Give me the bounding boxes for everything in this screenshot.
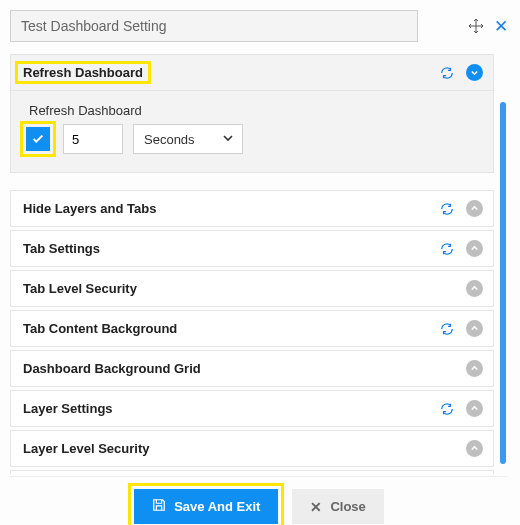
panel-hide-preview: Hide Preview Options [10, 470, 494, 474]
chevron-down-icon [222, 132, 234, 147]
panel-body-refresh: Refresh Dashboard Seconds [10, 91, 494, 173]
panel-label: Tab Level Security [17, 279, 143, 298]
footer: Save And Exit ✕ Close [10, 476, 508, 524]
refresh-icon[interactable] [440, 402, 454, 416]
panel-header[interactable]: Dashboard Background Grid [10, 350, 494, 387]
panel-header[interactable]: Hide Layers and Tabs [10, 190, 494, 227]
panel-tab-settings: Tab Settings [10, 230, 494, 267]
panel-label: Refresh Dashboard [17, 63, 149, 82]
refresh-checkbox-highlight [23, 124, 53, 154]
panel-label: Layer Settings [17, 399, 119, 418]
panel-layer-security: Layer Level Security [10, 430, 494, 467]
refresh-icon[interactable] [440, 202, 454, 216]
scrollbar[interactable] [500, 102, 506, 464]
title-input[interactable] [10, 10, 418, 42]
close-icon[interactable]: ✕ [494, 16, 508, 37]
close-button[interactable]: ✕ Close [292, 489, 383, 524]
title-bar: ✕ [10, 10, 508, 42]
panel-header-refresh[interactable]: Refresh Dashboard [10, 54, 494, 91]
panel-dash-bg-grid: Dashboard Background Grid [10, 350, 494, 387]
refresh-icon[interactable] [440, 322, 454, 336]
panel-header[interactable]: Hide Preview Options [10, 470, 494, 474]
save-and-exit-button[interactable]: Save And Exit [134, 489, 278, 524]
chevron-up-icon[interactable] [466, 320, 483, 337]
close-label: Close [330, 499, 365, 514]
panels-container: Refresh Dashboard Refresh Dashboard [10, 54, 508, 474]
panel-tab-content-bg: Tab Content Background [10, 310, 494, 347]
move-icon[interactable] [468, 18, 484, 34]
panel-header[interactable]: Tab Content Background [10, 310, 494, 347]
panel-header[interactable]: Layer Level Security [10, 430, 494, 467]
panel-label: Layer Level Security [17, 439, 155, 458]
refresh-icon[interactable] [440, 242, 454, 256]
panel-label: Hide Layers and Tabs [17, 199, 162, 218]
chevron-up-icon[interactable] [466, 200, 483, 217]
refresh-field-label: Refresh Dashboard [23, 103, 481, 118]
panel-label: Dashboard Background Grid [17, 359, 207, 378]
refresh-checkbox[interactable] [26, 127, 50, 151]
panel-header[interactable]: Tab Level Security [10, 270, 494, 307]
panel-label: Tab Settings [17, 239, 106, 258]
panel-layer-settings: Layer Settings [10, 390, 494, 427]
chevron-up-icon[interactable] [466, 280, 483, 297]
panel-header[interactable]: Tab Settings [10, 230, 494, 267]
save-icon [152, 498, 166, 515]
panel-label: Tab Content Background [17, 319, 183, 338]
chevron-down-icon[interactable] [466, 64, 483, 81]
chevron-up-icon[interactable] [466, 360, 483, 377]
chevron-up-icon[interactable] [466, 440, 483, 457]
refresh-interval-input[interactable] [63, 124, 123, 154]
chevron-up-icon[interactable] [466, 240, 483, 257]
panel-tab-security: Tab Level Security [10, 270, 494, 307]
panel-refresh-dashboard: Refresh Dashboard Refresh Dashboard [10, 54, 494, 173]
panel-header[interactable]: Layer Settings [10, 390, 494, 427]
close-icon: ✕ [310, 499, 322, 515]
panel-hide-layers: Hide Layers and Tabs [10, 190, 494, 227]
chevron-up-icon[interactable] [466, 400, 483, 417]
refresh-icon[interactable] [440, 66, 454, 80]
refresh-unit-label: Seconds [144, 132, 195, 147]
refresh-unit-select[interactable]: Seconds [133, 124, 243, 154]
save-label: Save And Exit [174, 499, 260, 514]
